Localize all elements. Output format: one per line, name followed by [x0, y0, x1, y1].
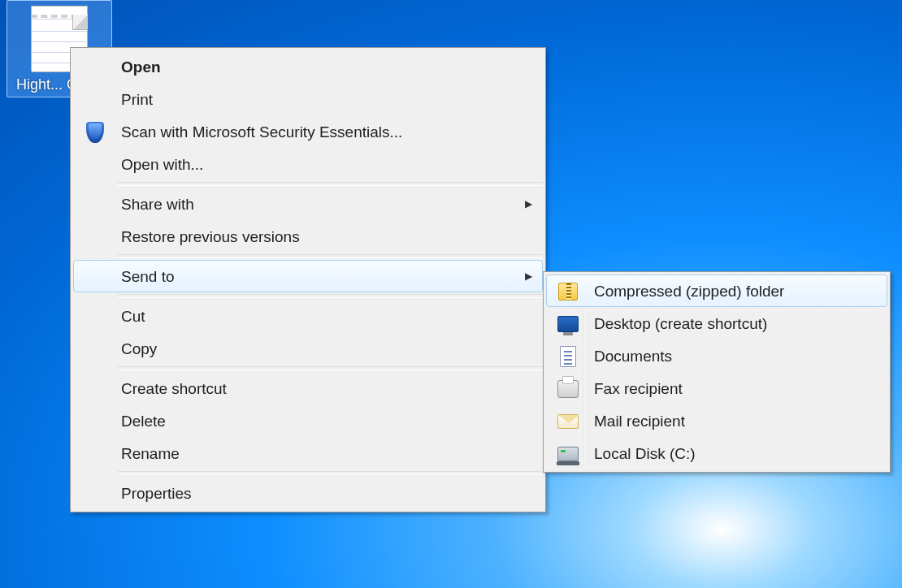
menu-item-label: Print	[121, 91, 153, 108]
send-to-submenu: Compressed (zipped) folder Desktop (crea…	[543, 271, 891, 473]
submenu-item-documents[interactable]: Documents	[546, 339, 887, 372]
menu-item-delete[interactable]: Delete	[73, 404, 543, 437]
menu-item-label: Restore previous versions	[121, 228, 300, 245]
mail-icon	[557, 410, 579, 433]
disk-icon	[557, 443, 579, 465]
submenu-item-mail-recipient[interactable]: Mail recipient	[546, 404, 887, 437]
menu-item-label: Properties	[121, 485, 192, 502]
menu-item-label: Documents	[594, 348, 672, 365]
submenu-item-local-disk[interactable]: Local Disk (C:)	[546, 437, 887, 469]
desktop-icon	[557, 313, 579, 335]
menu-item-create-shortcut[interactable]: Create shortcut	[73, 372, 543, 404]
menu-item-scan[interactable]: Scan with Microsoft Security Essentials.…	[73, 115, 543, 148]
menu-item-label: Open	[121, 58, 161, 76]
context-menu: Open Print Scan with Microsoft Security …	[70, 47, 546, 512]
document-icon	[557, 345, 579, 368]
menu-item-label: Cut	[121, 308, 145, 325]
shield-icon	[84, 121, 106, 144]
submenu-arrow-icon: ▶	[525, 261, 532, 292]
menu-item-label: Delete	[121, 413, 166, 430]
menu-item-cut[interactable]: Cut	[73, 300, 543, 332]
menu-separator	[117, 182, 543, 186]
menu-item-restore-previous[interactable]: Restore previous versions	[73, 220, 543, 253]
menu-item-label: Fax recipient	[594, 380, 683, 397]
menu-item-label: Share with	[121, 196, 194, 213]
menu-item-label: Desktop (create shortcut)	[594, 315, 767, 332]
menu-item-copy[interactable]: Copy	[73, 332, 543, 365]
fax-icon	[557, 378, 579, 400]
submenu-item-fax-recipient[interactable]: Fax recipient	[546, 372, 887, 404]
menu-separator	[117, 294, 543, 298]
menu-item-rename[interactable]: Rename	[73, 437, 543, 469]
zip-folder-icon	[557, 280, 579, 303]
menu-item-label: Compressed (zipped) folder	[594, 283, 784, 300]
menu-separator	[117, 471, 543, 475]
menu-item-label: Send to	[121, 268, 175, 285]
menu-item-label: Copy	[121, 340, 157, 357]
menu-item-label: Rename	[121, 445, 180, 462]
menu-item-label: Create shortcut	[121, 380, 227, 397]
submenu-arrow-icon: ▶	[525, 188, 532, 219]
menu-item-share-with[interactable]: Share with ▶	[73, 188, 543, 220]
menu-item-label: Mail recipient	[594, 413, 685, 430]
menu-item-label: Scan with Microsoft Security Essentials.…	[121, 123, 402, 141]
menu-item-label: Local Disk (C:)	[594, 445, 696, 462]
menu-item-open[interactable]: Open	[73, 50, 543, 83]
menu-separator	[117, 254, 543, 258]
menu-item-label: Open with...	[121, 156, 203, 173]
menu-item-properties[interactable]: Properties	[73, 477, 543, 509]
menu-item-print[interactable]: Print	[73, 83, 543, 115]
submenu-item-compressed-folder[interactable]: Compressed (zipped) folder	[546, 275, 887, 307]
menu-item-send-to[interactable]: Send to ▶	[73, 260, 543, 292]
menu-separator	[117, 366, 543, 370]
submenu-item-desktop-shortcut[interactable]: Desktop (create shortcut)	[546, 307, 887, 339]
menu-item-open-with[interactable]: Open with...	[73, 148, 543, 180]
